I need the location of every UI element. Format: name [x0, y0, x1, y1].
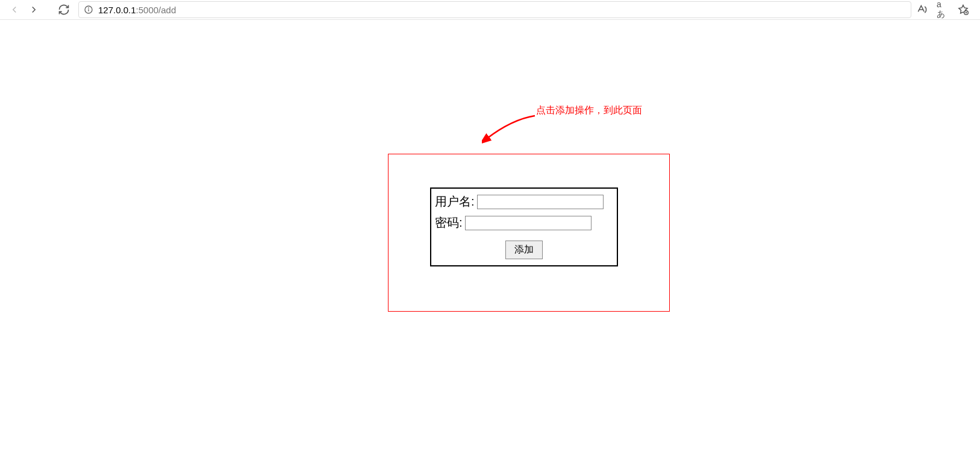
password-row: 密码: — [434, 212, 614, 233]
annotation-arrow-icon — [482, 113, 536, 143]
forward-button[interactable] — [24, 0, 43, 19]
address-bar[interactable]: 127.0.0.1:5000/add — [78, 1, 911, 18]
refresh-button[interactable] — [54, 0, 73, 19]
info-icon — [84, 5, 93, 14]
add-button[interactable]: 添加 — [505, 241, 543, 259]
password-label: 密码: — [435, 215, 463, 231]
username-label: 用户名: — [435, 194, 475, 210]
url-host: 127.0.0.1 — [98, 5, 136, 15]
favorites-icon[interactable] — [957, 4, 969, 16]
add-form: 用户名: 密码: 添加 — [430, 187, 618, 266]
svg-point-2 — [89, 8, 89, 8]
read-aloud-icon[interactable] — [916, 4, 928, 16]
annotation-text: 点击添加操作，到此页面 — [536, 104, 642, 117]
password-input[interactable] — [465, 216, 591, 230]
toolbar-right: aあ — [916, 4, 975, 16]
url-rest: :5000/add — [136, 5, 176, 15]
translate-icon[interactable]: aあ — [937, 4, 949, 16]
submit-row: 添加 — [434, 233, 614, 259]
username-input[interactable] — [477, 195, 604, 209]
browser-toolbar: 127.0.0.1:5000/add aあ — [0, 0, 980, 20]
username-row: 用户名: — [434, 191, 614, 212]
address-url: 127.0.0.1:5000/add — [98, 5, 176, 15]
back-button[interactable] — [5, 0, 24, 19]
page-content: 点击添加操作，到此页面 用户名: 密码: 添加 — [0, 20, 980, 469]
